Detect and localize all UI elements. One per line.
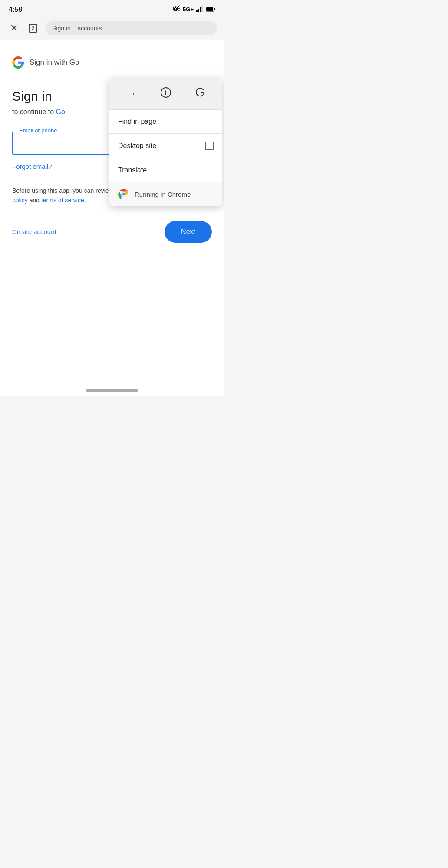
svg-point-16 — [122, 193, 125, 195]
status-time: 4:58 — [9, 6, 22, 13]
battery-icon — [206, 6, 215, 13]
find-in-page-label: Find in page — [118, 118, 156, 125]
home-bar — [86, 389, 138, 392]
context-menu-reload-button[interactable] — [191, 84, 210, 103]
context-menu-forward-button[interactable]: → — [122, 84, 141, 103]
svg-point-0 — [173, 7, 178, 11]
create-account-button[interactable]: Create account — [12, 228, 56, 235]
content-spacer — [0, 271, 224, 383]
desktop-site-checkbox[interactable] — [205, 142, 214, 150]
home-indicator — [0, 383, 224, 396]
svg-text:i: i — [165, 89, 167, 96]
svg-rect-7 — [200, 7, 201, 12]
context-menu-info-button[interactable]: i — [156, 84, 175, 103]
svg-point-1 — [175, 8, 177, 10]
browser-close-button[interactable]: ✕ — [7, 21, 21, 35]
wifi-calling-icon — [172, 5, 180, 13]
translate-label: Translate... — [118, 166, 152, 174]
svg-rect-8 — [201, 6, 203, 12]
status-icons: 5G+ — [172, 5, 215, 13]
subtitle-prefix: to continue to — [12, 108, 56, 116]
policy-suffix: . — [84, 197, 86, 204]
google-logo — [12, 56, 24, 69]
context-menu-header: → i — [109, 78, 222, 110]
find-in-page-item[interactable]: Find in page — [109, 110, 222, 133]
policy-middle: and — [28, 197, 41, 204]
svg-rect-5 — [196, 10, 198, 12]
context-menu: → i Find in — [109, 78, 222, 206]
bottom-actions: Create account Next — [12, 221, 212, 243]
running-in-chrome-item[interactable]: Running in Chrome — [109, 182, 222, 206]
forward-icon: → — [127, 88, 136, 99]
info-icon: i — [160, 87, 171, 101]
reload-icon — [194, 87, 206, 101]
status-bar: 4:58 5G+ — [0, 0, 224, 17]
subtitle-link[interactable]: Go — [56, 108, 65, 116]
email-label: Email or phone — [17, 127, 59, 134]
svg-rect-6 — [198, 9, 199, 12]
network-type: 5G+ — [183, 6, 194, 13]
google-header: Sign in with Go — [12, 50, 212, 75]
desktop-site-item[interactable]: Desktop site — [109, 134, 222, 158]
running-in-chrome-label: Running in Chrome — [135, 191, 191, 198]
page-content: Sign in with Go Sign in to continue to G… — [0, 40, 224, 271]
url-bar[interactable]: Sign in – accounts. — [45, 21, 217, 35]
google-header-text: Sign in with Go — [30, 58, 79, 67]
url-text: Sign in – accounts. — [52, 25, 103, 32]
svg-line-2 — [178, 6, 179, 7]
svg-line-4 — [178, 10, 179, 11]
browser-bar: ✕ 2 Sign in – accounts. — [0, 17, 224, 40]
tabs-icon: 2 — [29, 24, 37, 33]
signal-icon — [196, 6, 203, 13]
translate-item[interactable]: Translate... — [109, 158, 222, 182]
close-icon: ✕ — [10, 23, 18, 34]
svg-rect-10 — [214, 8, 215, 10]
chrome-logo-icon — [118, 188, 129, 200]
svg-rect-11 — [206, 7, 213, 11]
next-button[interactable]: Next — [165, 221, 212, 243]
terms-link[interactable]: terms of service — [41, 197, 84, 204]
desktop-site-label: Desktop site — [118, 142, 156, 150]
browser-adjust-button[interactable]: 2 — [26, 21, 40, 35]
